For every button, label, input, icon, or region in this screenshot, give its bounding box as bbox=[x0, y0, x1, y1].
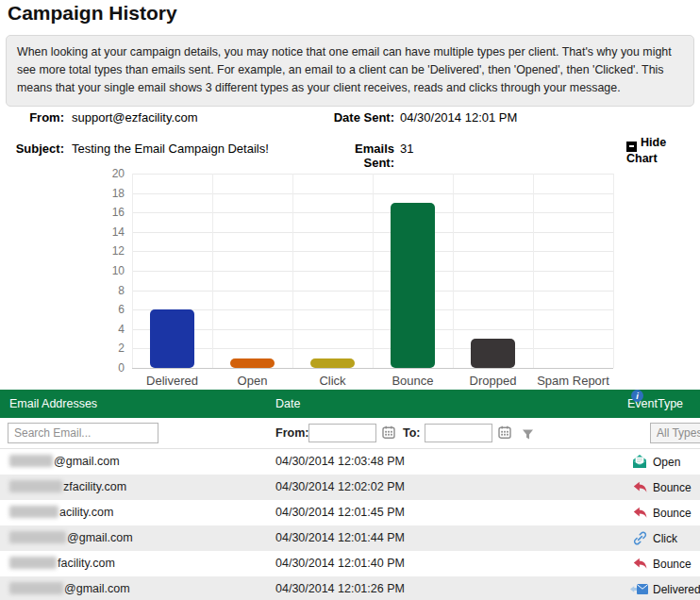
event-type-cell: Delivered bbox=[630, 576, 700, 600]
chart-bar bbox=[391, 203, 435, 368]
event-type-cell: Bounce bbox=[630, 475, 692, 500]
x-axis-category-label: Spam Report bbox=[533, 374, 613, 388]
y-axis-tick-label: 2 bbox=[91, 342, 125, 355]
chart-gridline bbox=[292, 174, 293, 368]
search-email-input[interactable] bbox=[8, 423, 158, 443]
from-date-input[interactable] bbox=[308, 424, 376, 442]
event-type-cell: Bounce bbox=[630, 551, 692, 576]
column-header-email: Email Addresses bbox=[9, 390, 97, 418]
email-address-cell: zfacility.com bbox=[9, 475, 126, 500]
table-row: @gmail.com04/30/2014 12:03:48 PMOpen bbox=[0, 449, 700, 475]
open-envelope-icon bbox=[630, 455, 649, 469]
email-events-table-body: @gmail.com04/30/2014 12:03:48 PMOpenzfac… bbox=[0, 449, 700, 600]
chart-bar bbox=[310, 358, 355, 368]
email-address-cell: acility.com bbox=[9, 500, 113, 525]
calendar-icon[interactable] bbox=[382, 425, 395, 442]
x-axis-category-label: Delivered bbox=[132, 374, 212, 388]
bounce-arrow-icon bbox=[630, 481, 649, 493]
chart-bar bbox=[471, 339, 515, 368]
email-suffix: acility.com bbox=[59, 506, 113, 519]
info-box-text: When looking at your campaign details, y… bbox=[17, 45, 672, 94]
blurred-email-prefix bbox=[9, 455, 53, 467]
event-type-label: Delivered bbox=[653, 583, 700, 596]
blurred-email-prefix bbox=[9, 480, 62, 492]
event-type-label: Open bbox=[653, 456, 680, 469]
date-cell: 04/30/2014 12:01:45 PM bbox=[275, 500, 405, 525]
from-value: support@ezfacility.com bbox=[72, 110, 198, 125]
hide-chart-button[interactable]: Hide Chart bbox=[626, 136, 679, 165]
y-axis-tick-label: 18 bbox=[91, 187, 125, 200]
event-type-label: Click bbox=[653, 532, 677, 545]
subject-label: Subject: bbox=[0, 142, 64, 156]
date-sent-value: 04/30/2014 12:01 PM bbox=[400, 110, 517, 125]
x-axis-category-label: Bounce bbox=[373, 374, 453, 388]
table-header: Email Addresses Date EventTypei bbox=[0, 390, 700, 418]
event-type-label: Bounce bbox=[653, 481, 692, 494]
date-cell: 04/30/2014 12:02:02 PM bbox=[275, 475, 405, 500]
y-axis-tick-label: 16 bbox=[91, 206, 125, 219]
column-header-date: Date bbox=[275, 390, 300, 418]
email-suffix: @gmail.com bbox=[67, 531, 133, 544]
date-cell: 04/30/2014 12:03:48 PM bbox=[275, 449, 405, 475]
info-box: When looking at your campaign details, y… bbox=[6, 35, 694, 107]
y-axis-tick-label: 12 bbox=[91, 244, 125, 258]
blurred-email-prefix bbox=[9, 557, 57, 569]
email-address-cell: @gmail.com bbox=[9, 525, 133, 551]
chart-gridline bbox=[453, 174, 454, 368]
chart-gridline bbox=[613, 174, 614, 368]
event-type-cell: Click bbox=[630, 525, 677, 551]
subject-value: Testing the Email Campaign Details! bbox=[72, 142, 269, 156]
to-date-input[interactable] bbox=[425, 424, 492, 442]
date-cell: 04/30/2014 12:01:44 PM bbox=[275, 525, 405, 551]
event-type-cell: Open bbox=[630, 449, 680, 475]
blurred-email-prefix bbox=[9, 506, 58, 518]
bar-chart: 02468101214161820DeliveredOpenClickBounc… bbox=[0, 166, 700, 389]
chart-gridline bbox=[132, 368, 613, 369]
event-type-label: Bounce bbox=[653, 507, 692, 520]
table-row: facility.com04/30/2014 12:01:40 PMBounce bbox=[0, 551, 700, 576]
chart-bar bbox=[150, 309, 194, 368]
table-row: @gmail.com04/30/2014 12:01:26 PMDelivere… bbox=[0, 576, 700, 600]
chart-gridline bbox=[132, 174, 133, 368]
email-suffix: zfacility.com bbox=[63, 480, 126, 493]
date-sent-label: Date Sent: bbox=[321, 110, 394, 125]
page-title: Campaign History bbox=[8, 2, 177, 25]
from-label: From: bbox=[0, 110, 64, 125]
collapse-minus-icon bbox=[626, 142, 637, 152]
to-filter-label: To: bbox=[403, 426, 421, 440]
table-row: zfacility.com04/30/2014 12:02:02 PMBounc… bbox=[0, 475, 700, 500]
y-axis-tick-label: 10 bbox=[91, 264, 125, 277]
date-cell: 04/30/2014 12:01:40 PM bbox=[275, 551, 405, 576]
email-address-cell: facility.com bbox=[9, 551, 115, 576]
link-icon bbox=[630, 531, 649, 545]
table-row: @gmail.com04/30/2014 12:01:44 PMClick bbox=[0, 525, 700, 551]
funnel-icon[interactable] bbox=[522, 427, 534, 444]
email-suffix: facility.com bbox=[58, 557, 115, 570]
email-suffix: @gmail.com bbox=[64, 582, 130, 595]
event-type-cell: Bounce bbox=[630, 500, 692, 525]
date-cell: 04/30/2014 12:01:26 PM bbox=[275, 576, 405, 600]
calendar-icon[interactable] bbox=[498, 425, 511, 442]
info-icon[interactable]: i bbox=[631, 390, 643, 402]
y-axis-tick-label: 4 bbox=[91, 323, 125, 336]
x-axis-category-label: Dropped bbox=[453, 374, 533, 388]
blurred-email-prefix bbox=[9, 531, 66, 543]
email-address-cell: @gmail.com bbox=[9, 449, 120, 475]
y-axis-tick-label: 6 bbox=[91, 303, 125, 316]
table-row: acility.com04/30/2014 12:01:45 PMBounce bbox=[0, 500, 700, 525]
x-axis-category-label: Open bbox=[212, 374, 292, 388]
y-axis-tick-label: 0 bbox=[91, 361, 125, 375]
x-axis-category-label: Click bbox=[292, 374, 373, 388]
email-suffix: @gmail.com bbox=[54, 455, 120, 468]
y-axis-tick-label: 20 bbox=[91, 167, 125, 180]
email-address-cell: @gmail.com bbox=[9, 576, 130, 600]
blurred-email-prefix bbox=[9, 582, 63, 594]
y-axis-tick-label: 8 bbox=[91, 284, 125, 297]
chart-bar bbox=[230, 358, 275, 368]
delivered-envelope-icon bbox=[630, 583, 649, 595]
event-type-dropdown[interactable]: All Types bbox=[650, 423, 700, 443]
bounce-arrow-icon bbox=[630, 507, 649, 519]
from-filter-label: From: bbox=[275, 426, 308, 440]
chart-gridline bbox=[533, 174, 534, 368]
y-axis-tick-label: 14 bbox=[91, 225, 125, 239]
